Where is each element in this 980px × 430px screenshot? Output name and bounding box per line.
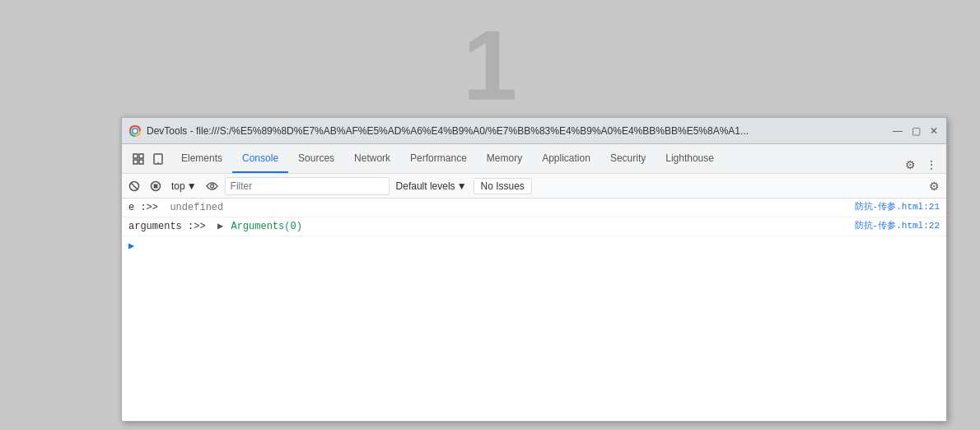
title-bar: DevTools - file:///S:/%E5%89%8D%E7%AB%AF… — [122, 118, 946, 144]
no-issues-text: No Issues — [481, 180, 525, 192]
background-number: 1 — [463, 8, 518, 122]
tab-performance[interactable]: Performance — [400, 144, 477, 173]
console-row-content-2: arguments :>> ▶ Arguments(0) — [128, 219, 848, 234]
context-value: top — [171, 180, 185, 192]
minimize-button[interactable]: — — [892, 125, 903, 137]
context-dropdown-icon: ▼ — [187, 180, 197, 192]
tab-bar-right: ⚙ ⋮ — [902, 157, 946, 173]
console-undefined-value: undefined — [170, 202, 223, 213]
tab-sources[interactable]: Sources — [288, 144, 344, 173]
tab-network[interactable]: Network — [344, 144, 400, 173]
tab-application[interactable]: Application — [532, 144, 600, 173]
console-text-2: arguments :>> — [128, 221, 217, 232]
no-issues-badge[interactable]: No Issues — [474, 178, 532, 194]
clear-console-button[interactable] — [125, 177, 143, 195]
devtools-window: DevTools - file:///S:/%E5%89%8D%E7%AB%AF… — [121, 117, 947, 422]
default-levels-dropdown-icon: ▼ — [457, 180, 467, 192]
arguments-value: Arguments(0) — [225, 221, 302, 232]
console-text-1: e :>> — [128, 202, 170, 213]
table-row: arguments :>> ▶ Arguments(0) 防抗-传参.html:… — [122, 217, 946, 236]
mobile-icon[interactable] — [150, 151, 166, 167]
maximize-button[interactable]: ▢ — [910, 125, 922, 137]
console-row-source-2[interactable]: 防抗-传参.html:22 — [855, 219, 940, 231]
console-prompt-row[interactable]: ▶ — [122, 236, 946, 255]
svg-rect-3 — [139, 154, 143, 158]
more-options-icon[interactable]: ⋮ — [923, 157, 940, 173]
tab-elements[interactable]: Elements — [171, 144, 232, 173]
chrome-icon — [128, 124, 142, 138]
tab-bar: Elements Console Sources Network Perform… — [122, 144, 946, 174]
filter-input[interactable] — [225, 177, 390, 195]
console-toolbar: top ▼ Default levels ▼ No Issues ⚙ — [122, 174, 946, 199]
svg-line-9 — [131, 183, 138, 189]
stop-button[interactable] — [147, 177, 165, 195]
svg-point-12 — [211, 185, 214, 188]
settings-icon[interactable]: ⚙ — [902, 157, 918, 173]
console-row-source-1[interactable]: 防抗-传参.html:21 — [855, 200, 940, 213]
svg-rect-2 — [133, 154, 138, 158]
tab-security[interactable]: Security — [600, 144, 656, 173]
svg-point-7 — [157, 161, 159, 163]
tab-memory[interactable]: Memory — [477, 144, 532, 173]
default-levels-selector[interactable]: Default levels ▼ — [393, 179, 470, 194]
window-title: DevTools - file:///S:/%E5%89%8D%E7%AB%AF… — [147, 125, 892, 137]
prompt-arrow-icon: ▶ — [128, 240, 134, 252]
tab-icon-group — [125, 144, 171, 173]
console-settings-button[interactable]: ⚙ — [925, 177, 943, 195]
console-row-content: e :>> undefined — [128, 200, 848, 215]
table-row: e :>> undefined 防抗-传参.html:21 — [122, 199, 946, 217]
close-button[interactable]: ✕ — [928, 125, 940, 137]
svg-rect-4 — [133, 160, 138, 164]
title-controls: — ▢ ✕ — [892, 125, 940, 137]
tab-console[interactable]: Console — [232, 144, 288, 173]
context-selector[interactable]: top ▼ — [168, 179, 200, 194]
console-output: e :>> undefined 防抗-传参.html:21 arguments … — [122, 199, 946, 421]
tab-lighthouse[interactable]: Lighthouse — [656, 144, 724, 173]
expand-arrow-icon[interactable]: ▶ — [217, 221, 223, 232]
default-levels-label: Default levels — [396, 180, 455, 192]
inspect-icon[interactable] — [130, 151, 147, 167]
eye-icon-button[interactable] — [203, 177, 222, 195]
svg-point-1 — [133, 129, 138, 133]
svg-rect-5 — [139, 160, 143, 164]
svg-rect-11 — [154, 184, 158, 188]
